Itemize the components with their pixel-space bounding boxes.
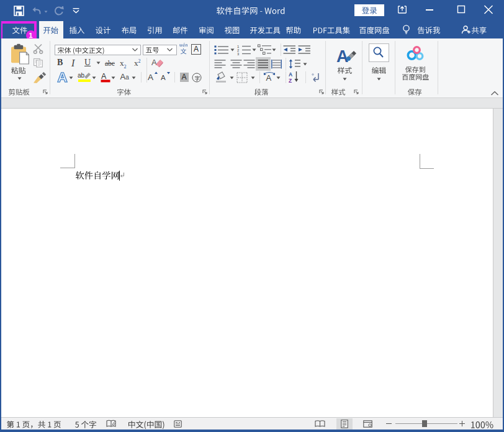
svg-text:A: A xyxy=(148,73,153,82)
svg-text:3: 3 xyxy=(237,52,240,56)
svg-text:A: A xyxy=(161,74,166,81)
svg-text:A: A xyxy=(266,73,272,83)
svg-text:A: A xyxy=(101,72,107,81)
svg-text:A: A xyxy=(336,47,349,64)
svg-text:ab: ab xyxy=(78,72,85,79)
svg-text:A: A xyxy=(289,71,292,78)
svg-text:A: A xyxy=(151,58,157,67)
svg-text:Z: Z xyxy=(289,78,292,84)
